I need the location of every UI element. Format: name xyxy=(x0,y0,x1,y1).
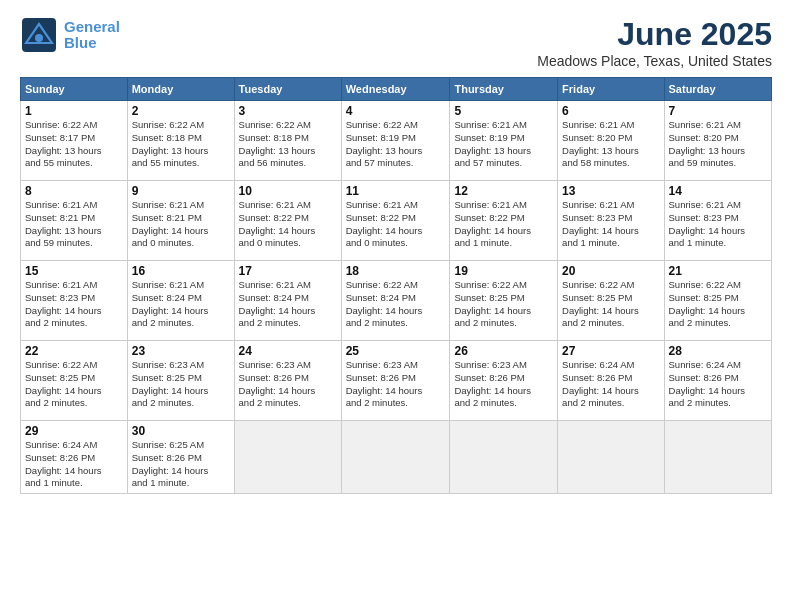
header: General Blue June 2025 Meadows Place, Te… xyxy=(20,16,772,69)
day-info: Sunrise: 6:22 AM Sunset: 8:25 PM Dayligh… xyxy=(669,279,767,330)
logo: General Blue xyxy=(20,16,120,54)
day-info: Sunrise: 6:21 AM Sunset: 8:24 PM Dayligh… xyxy=(239,279,337,330)
day-number: 19 xyxy=(454,264,553,278)
calendar-cell: 17Sunrise: 6:21 AM Sunset: 8:24 PM Dayli… xyxy=(234,261,341,341)
calendar-cell xyxy=(234,421,341,494)
calendar-week-4: 22Sunrise: 6:22 AM Sunset: 8:25 PM Dayli… xyxy=(21,341,772,421)
calendar-cell: 14Sunrise: 6:21 AM Sunset: 8:23 PM Dayli… xyxy=(664,181,771,261)
day-number: 12 xyxy=(454,184,553,198)
calendar-cell: 4Sunrise: 6:22 AM Sunset: 8:19 PM Daylig… xyxy=(341,101,450,181)
calendar-cell: 3Sunrise: 6:22 AM Sunset: 8:18 PM Daylig… xyxy=(234,101,341,181)
day-info: Sunrise: 6:21 AM Sunset: 8:22 PM Dayligh… xyxy=(239,199,337,250)
calendar-cell: 13Sunrise: 6:21 AM Sunset: 8:23 PM Dayli… xyxy=(558,181,664,261)
day-info: Sunrise: 6:22 AM Sunset: 8:25 PM Dayligh… xyxy=(562,279,659,330)
day-number: 8 xyxy=(25,184,123,198)
main-title: June 2025 xyxy=(537,16,772,53)
calendar-cell xyxy=(341,421,450,494)
logo-blue: Blue xyxy=(64,34,97,51)
day-info: Sunrise: 6:21 AM Sunset: 8:19 PM Dayligh… xyxy=(454,119,553,170)
day-number: 13 xyxy=(562,184,659,198)
calendar-cell: 9Sunrise: 6:21 AM Sunset: 8:21 PM Daylig… xyxy=(127,181,234,261)
calendar-cell: 20Sunrise: 6:22 AM Sunset: 8:25 PM Dayli… xyxy=(558,261,664,341)
day-info: Sunrise: 6:21 AM Sunset: 8:23 PM Dayligh… xyxy=(562,199,659,250)
day-number: 22 xyxy=(25,344,123,358)
day-number: 25 xyxy=(346,344,446,358)
day-info: Sunrise: 6:21 AM Sunset: 8:23 PM Dayligh… xyxy=(669,199,767,250)
page: General Blue June 2025 Meadows Place, Te… xyxy=(0,0,792,612)
day-info: Sunrise: 6:21 AM Sunset: 8:23 PM Dayligh… xyxy=(25,279,123,330)
calendar-cell: 15Sunrise: 6:21 AM Sunset: 8:23 PM Dayli… xyxy=(21,261,128,341)
calendar-cell: 10Sunrise: 6:21 AM Sunset: 8:22 PM Dayli… xyxy=(234,181,341,261)
day-info: Sunrise: 6:21 AM Sunset: 8:20 PM Dayligh… xyxy=(562,119,659,170)
calendar-cell xyxy=(450,421,558,494)
day-info: Sunrise: 6:21 AM Sunset: 8:22 PM Dayligh… xyxy=(454,199,553,250)
calendar-week-5: 29Sunrise: 6:24 AM Sunset: 8:26 PM Dayli… xyxy=(21,421,772,494)
day-number: 26 xyxy=(454,344,553,358)
day-number: 5 xyxy=(454,104,553,118)
calendar-cell: 7Sunrise: 6:21 AM Sunset: 8:20 PM Daylig… xyxy=(664,101,771,181)
day-number: 27 xyxy=(562,344,659,358)
calendar-week-2: 8Sunrise: 6:21 AM Sunset: 8:21 PM Daylig… xyxy=(21,181,772,261)
subtitle: Meadows Place, Texas, United States xyxy=(537,53,772,69)
day-info: Sunrise: 6:22 AM Sunset: 8:18 PM Dayligh… xyxy=(132,119,230,170)
logo-general: General xyxy=(64,18,120,35)
day-number: 23 xyxy=(132,344,230,358)
day-number: 16 xyxy=(132,264,230,278)
day-info: Sunrise: 6:22 AM Sunset: 8:19 PM Dayligh… xyxy=(346,119,446,170)
calendar-cell: 12Sunrise: 6:21 AM Sunset: 8:22 PM Dayli… xyxy=(450,181,558,261)
day-number: 4 xyxy=(346,104,446,118)
day-info: Sunrise: 6:21 AM Sunset: 8:20 PM Dayligh… xyxy=(669,119,767,170)
day-number: 1 xyxy=(25,104,123,118)
calendar-cell xyxy=(558,421,664,494)
calendar-cell: 1Sunrise: 6:22 AM Sunset: 8:17 PM Daylig… xyxy=(21,101,128,181)
day-number: 14 xyxy=(669,184,767,198)
day-info: Sunrise: 6:22 AM Sunset: 8:25 PM Dayligh… xyxy=(25,359,123,410)
day-info: Sunrise: 6:23 AM Sunset: 8:26 PM Dayligh… xyxy=(454,359,553,410)
calendar-header-friday: Friday xyxy=(558,78,664,101)
calendar-header-tuesday: Tuesday xyxy=(234,78,341,101)
day-number: 24 xyxy=(239,344,337,358)
calendar-cell: 29Sunrise: 6:24 AM Sunset: 8:26 PM Dayli… xyxy=(21,421,128,494)
day-number: 6 xyxy=(562,104,659,118)
calendar-cell: 8Sunrise: 6:21 AM Sunset: 8:21 PM Daylig… xyxy=(21,181,128,261)
calendar-cell: 26Sunrise: 6:23 AM Sunset: 8:26 PM Dayli… xyxy=(450,341,558,421)
calendar-cell: 22Sunrise: 6:22 AM Sunset: 8:25 PM Dayli… xyxy=(21,341,128,421)
day-number: 17 xyxy=(239,264,337,278)
calendar-cell: 25Sunrise: 6:23 AM Sunset: 8:26 PM Dayli… xyxy=(341,341,450,421)
day-number: 28 xyxy=(669,344,767,358)
day-info: Sunrise: 6:23 AM Sunset: 8:25 PM Dayligh… xyxy=(132,359,230,410)
calendar-cell: 30Sunrise: 6:25 AM Sunset: 8:26 PM Dayli… xyxy=(127,421,234,494)
calendar-cell: 2Sunrise: 6:22 AM Sunset: 8:18 PM Daylig… xyxy=(127,101,234,181)
day-number: 21 xyxy=(669,264,767,278)
day-info: Sunrise: 6:23 AM Sunset: 8:26 PM Dayligh… xyxy=(346,359,446,410)
day-number: 29 xyxy=(25,424,123,438)
calendar-header-wednesday: Wednesday xyxy=(341,78,450,101)
day-number: 30 xyxy=(132,424,230,438)
day-info: Sunrise: 6:22 AM Sunset: 8:17 PM Dayligh… xyxy=(25,119,123,170)
day-info: Sunrise: 6:21 AM Sunset: 8:24 PM Dayligh… xyxy=(132,279,230,330)
day-info: Sunrise: 6:22 AM Sunset: 8:18 PM Dayligh… xyxy=(239,119,337,170)
day-number: 2 xyxy=(132,104,230,118)
calendar-header-saturday: Saturday xyxy=(664,78,771,101)
day-info: Sunrise: 6:21 AM Sunset: 8:22 PM Dayligh… xyxy=(346,199,446,250)
day-number: 9 xyxy=(132,184,230,198)
day-number: 11 xyxy=(346,184,446,198)
day-info: Sunrise: 6:24 AM Sunset: 8:26 PM Dayligh… xyxy=(25,439,123,490)
calendar-cell: 5Sunrise: 6:21 AM Sunset: 8:19 PM Daylig… xyxy=(450,101,558,181)
calendar-week-3: 15Sunrise: 6:21 AM Sunset: 8:23 PM Dayli… xyxy=(21,261,772,341)
day-info: Sunrise: 6:21 AM Sunset: 8:21 PM Dayligh… xyxy=(25,199,123,250)
calendar-cell: 27Sunrise: 6:24 AM Sunset: 8:26 PM Dayli… xyxy=(558,341,664,421)
day-info: Sunrise: 6:23 AM Sunset: 8:26 PM Dayligh… xyxy=(239,359,337,410)
calendar-cell: 23Sunrise: 6:23 AM Sunset: 8:25 PM Dayli… xyxy=(127,341,234,421)
day-info: Sunrise: 6:24 AM Sunset: 8:26 PM Dayligh… xyxy=(669,359,767,410)
calendar-cell: 19Sunrise: 6:22 AM Sunset: 8:25 PM Dayli… xyxy=(450,261,558,341)
calendar-header-monday: Monday xyxy=(127,78,234,101)
svg-point-3 xyxy=(35,34,43,42)
logo-icon xyxy=(20,16,58,54)
day-info: Sunrise: 6:25 AM Sunset: 8:26 PM Dayligh… xyxy=(132,439,230,490)
day-info: Sunrise: 6:22 AM Sunset: 8:25 PM Dayligh… xyxy=(454,279,553,330)
calendar-header-sunday: Sunday xyxy=(21,78,128,101)
calendar-cell: 24Sunrise: 6:23 AM Sunset: 8:26 PM Dayli… xyxy=(234,341,341,421)
day-number: 15 xyxy=(25,264,123,278)
calendar-cell: 6Sunrise: 6:21 AM Sunset: 8:20 PM Daylig… xyxy=(558,101,664,181)
